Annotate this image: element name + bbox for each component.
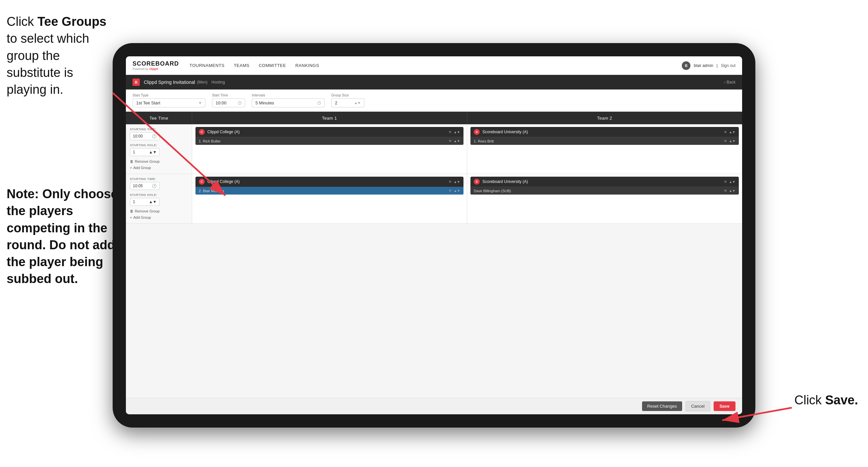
tablet-screen: SCOREBOARD Powered by clippd TOURNAMENTS… <box>126 56 742 414</box>
start-time-field: Start Time 10:00 🕐 <box>212 93 245 107</box>
team1-card-2: C Clippd College (A) ✕ ▲▼ 2. Blair McHar… <box>195 177 464 195</box>
starting-hole-input-2[interactable]: 1 ▲▼ <box>130 198 160 206</box>
starting-time-input-2[interactable]: 10:05 🕐 <box>130 182 160 190</box>
team1-x-1[interactable]: ✕ <box>448 130 452 134</box>
team2-chevron-2[interactable]: ▲▼ <box>729 180 736 184</box>
player-row-2-2: Dave Billingham (SUB) ✕ ▲▼ <box>470 186 739 195</box>
nav-teams[interactable]: TEAMS <box>233 62 250 69</box>
player-actions-2-2: ✕ ▲▼ <box>724 188 736 193</box>
player-row-2-1: 1. Rees Britt ✕ ▲▼ <box>470 137 739 145</box>
player-x-2-1[interactable]: ✕ <box>724 139 727 143</box>
intervals-icon: 🕐 <box>317 101 321 105</box>
team1-chevron-2[interactable]: ▲▼ <box>454 180 460 184</box>
cancel-button[interactable]: Cancel <box>685 401 710 411</box>
starting-hole-value-2: 1 <box>133 200 135 204</box>
player-x-1-2[interactable]: ✕ <box>448 188 452 193</box>
subheader-logo: B <box>132 79 140 86</box>
subheader: B Clippd Spring Invitational (Men) Hosti… <box>126 75 742 89</box>
remove-icon-1: 🗑 <box>130 159 133 164</box>
clock-icon-2: 🕐 <box>152 184 157 188</box>
player-row-1-1: 1. Rich Butler ✕ ▲▼ <box>195 137 464 145</box>
hole-chevron-2: ▲▼ <box>149 200 157 204</box>
remove-group-label-2: Remove Group <box>135 209 160 213</box>
team2-x-1[interactable]: ✕ <box>724 130 727 134</box>
player-actions-1-2: ✕ ▲▼ <box>448 188 460 193</box>
logo-scoreboard: SCOREBOARD <box>132 60 179 67</box>
player-chevron-1-2[interactable]: ▲▼ <box>454 189 460 193</box>
team1-actions-1: ✕ ▲▼ <box>448 130 460 134</box>
start-time-icon: 🕐 <box>238 101 242 105</box>
player-x-1-1[interactable]: ✕ <box>448 139 452 143</box>
add-group-btn-2[interactable]: + Add Group <box>130 215 160 220</box>
start-time-input[interactable]: 10:00 🕐 <box>212 98 245 107</box>
note-text: Note: Only choose the players competing … <box>0 185 126 288</box>
team1-chevron-1[interactable]: ▲▼ <box>454 130 460 134</box>
start-type-input[interactable]: 1st Tee Start ▼ <box>132 98 206 107</box>
group-size-chevron: ▲▼ <box>354 101 361 105</box>
col-team2: Team 2 <box>467 112 742 124</box>
player-x-2-2[interactable]: ✕ <box>724 188 727 193</box>
nav-rankings[interactable]: RANKINGS <box>294 62 320 69</box>
tee-groups-table: Tee Time Team 1 Team 2 STARTING TIME: 10… <box>126 112 742 398</box>
team2-x-2[interactable]: ✕ <box>724 180 727 184</box>
group-size-input[interactable]: 2 ▲▼ <box>331 98 365 107</box>
nav-right: B blair admin | Sign out <box>682 61 736 70</box>
add-group-label-2: Add Group <box>133 215 151 220</box>
start-type-label: Start Type <box>132 93 206 97</box>
team2-cell-2: S Scoreboard University (A) ✕ ▲▼ Dave Bi… <box>467 174 742 224</box>
starting-time-label-1: STARTING TIME: <box>130 127 156 131</box>
team1-logo-1: C <box>199 129 205 135</box>
team1-name-1: Clippd College (A) <box>207 129 446 134</box>
navbar: SCOREBOARD Powered by clippd TOURNAMENTS… <box>126 56 742 75</box>
team1-name-2: Clippd College (A) <box>207 179 446 184</box>
nav-signout[interactable]: Sign out <box>721 63 736 68</box>
reset-changes-button[interactable]: Reset Changes <box>642 401 682 411</box>
add-icon-2: + <box>130 215 132 220</box>
tee-actions-2: 🗑 Remove Group + Add Group <box>130 208 160 220</box>
starting-time-value-2: 10:05 <box>133 184 143 188</box>
instruction-text: Click Tee Groups to select which group t… <box>0 13 113 98</box>
player-chevron-2-1[interactable]: ▲▼ <box>729 139 736 143</box>
intervals-input[interactable]: 5 Minutes 🕐 <box>252 98 325 107</box>
starting-hole-input-1[interactable]: 1 ▲▼ <box>130 148 160 156</box>
subheader-title: Clippd Spring Invitational <box>144 80 195 85</box>
nav-separator: | <box>717 63 718 68</box>
intervals-field: Intervals 5 Minutes 🕐 <box>252 93 325 107</box>
click-save-bold: Save. <box>825 393 858 407</box>
add-group-btn-1[interactable]: + Add Group <box>130 165 160 170</box>
instruction-bold1: Tee Groups <box>37 14 106 29</box>
col-team1: Team 1 <box>192 112 467 124</box>
save-button[interactable]: Save <box>714 401 736 411</box>
nav-tournaments[interactable]: TOURNAMENTS <box>189 62 225 69</box>
team2-logo-2: S <box>474 179 480 185</box>
team1-x-2[interactable]: ✕ <box>448 180 452 184</box>
tablet-device: SCOREBOARD Powered by clippd TOURNAMENTS… <box>113 43 755 428</box>
footer-bar: Reset Changes Cancel Save <box>126 398 742 414</box>
player-chevron-2-2[interactable]: ▲▼ <box>729 189 736 193</box>
player-chevron-1-1[interactable]: ▲▼ <box>454 139 460 143</box>
player-row-1-2: 2. Blair McHarg ✕ ▲▼ <box>195 186 464 195</box>
col-tee-time: Tee Time <box>126 112 192 124</box>
subheader-back[interactable]: ‹ Back <box>724 80 736 85</box>
start-type-field: Start Type 1st Tee Start ▼ <box>132 93 206 107</box>
nav-avatar: B <box>682 61 690 70</box>
starting-time-label-2: STARTING TIME: <box>130 177 156 181</box>
starting-hole-value-1: 1 <box>133 150 135 154</box>
settings-area: Start Type 1st Tee Start ▼ Start Time 10… <box>126 89 742 112</box>
table-body: STARTING TIME: 10:00 🕐 STARTING HOLE: 1 … <box>126 124 742 398</box>
add-icon-1: + <box>130 166 132 170</box>
intervals-value: 5 Minutes <box>255 100 274 106</box>
team2-chevron-1[interactable]: ▲▼ <box>729 130 736 134</box>
player-name-2-2: Dave Billingham (SUB) <box>474 189 724 193</box>
starting-hole-label-1: STARTING HOLE: <box>130 144 157 147</box>
team2-logo-1: S <box>474 129 480 135</box>
starting-hole-label-2: STARTING HOLE: <box>130 193 157 197</box>
group-size-field: Group Size 2 ▲▼ <box>331 93 365 107</box>
nav-committee[interactable]: COMMITTEE <box>258 62 287 69</box>
start-type-value: 1st Tee Start <box>136 100 160 106</box>
remove-group-btn-1[interactable]: 🗑 Remove Group <box>130 159 160 164</box>
remove-group-btn-2[interactable]: 🗑 Remove Group <box>130 208 160 214</box>
starting-time-input-1[interactable]: 10:00 🕐 <box>130 132 160 140</box>
team2-actions-2: ✕ ▲▼ <box>724 180 736 184</box>
click-save-prefix: Click <box>795 393 825 407</box>
